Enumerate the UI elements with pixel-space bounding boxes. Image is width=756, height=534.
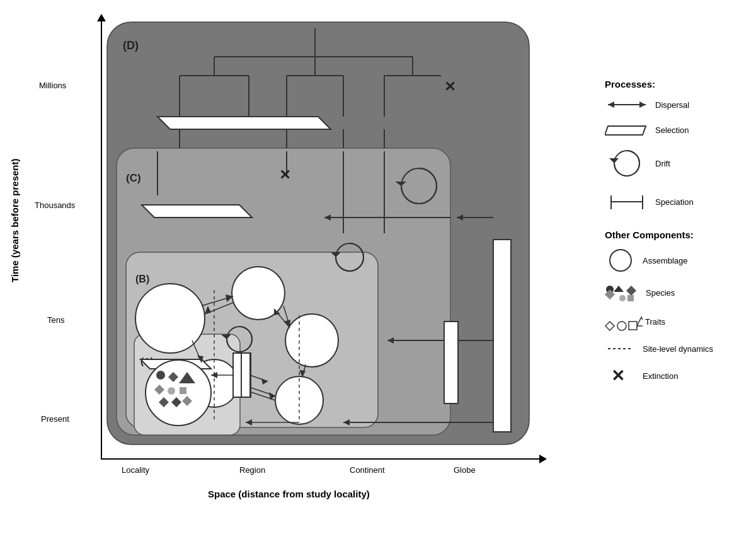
svg-point-83 <box>168 387 175 395</box>
svg-text:✕: ✕ <box>611 366 625 385</box>
svg-marker-38 <box>142 205 252 218</box>
svg-text:(D): (D) <box>123 39 139 52</box>
site-dynamics-label: Site-level dynamics <box>643 344 713 354</box>
space-label-region: Region <box>239 465 265 475</box>
svg-marker-101 <box>605 126 646 135</box>
legend-item-species: Species <box>605 283 743 302</box>
assemblage-icon <box>605 248 636 273</box>
time-label-present: Present <box>41 414 69 424</box>
legend-item-site-dynamics: Site-level dynamics <box>605 341 743 356</box>
y-axis-label: Time (years before present) <box>9 126 28 315</box>
traits-icon <box>605 312 643 331</box>
drift-icon <box>605 148 649 179</box>
space-label-continent: Continent <box>350 465 385 475</box>
site-dynamics-icon <box>605 341 636 356</box>
svg-marker-27 <box>158 117 331 129</box>
svg-rect-116 <box>629 322 637 330</box>
svg-point-78 <box>146 360 211 426</box>
svg-text:(C): (C) <box>126 172 141 184</box>
svg-text:✕: ✕ <box>444 79 455 95</box>
selection-label: Selection <box>655 125 689 135</box>
legend-item-extinction: ✕ Extinction <box>605 366 743 385</box>
speciation-label: Speciation <box>655 197 694 207</box>
time-label-tens: Tens <box>47 315 64 325</box>
legend-item-assemblage: Assemblage <box>605 248 743 273</box>
svg-point-107 <box>610 250 631 271</box>
legend-item-traits: Traits <box>605 312 743 331</box>
svg-text:(B): (B) <box>135 274 149 284</box>
traits-label: Traits <box>645 317 665 327</box>
svg-point-115 <box>617 322 626 330</box>
svg-rect-89 <box>241 353 250 397</box>
svg-marker-99 <box>639 102 646 108</box>
extinction-icon: ✕ <box>605 366 636 385</box>
legend-item-speciation: Speciation <box>605 189 743 214</box>
svg-marker-100 <box>608 102 614 108</box>
svg-rect-32 <box>493 240 511 432</box>
legend-processes-title: Processes: <box>605 79 743 90</box>
svg-rect-113 <box>627 295 634 301</box>
legend-item-selection: Selection <box>605 122 743 137</box>
assemblage-label: Assemblage <box>643 256 688 265</box>
svg-marker-103 <box>609 158 619 163</box>
legend-item-drift: Drift <box>605 148 743 179</box>
dispersal-icon <box>605 97 649 112</box>
speciation-icon <box>605 189 649 214</box>
svg-point-112 <box>619 295 626 301</box>
y-axis-line <box>101 18 102 459</box>
space-label-globe: Globe <box>454 465 476 475</box>
space-label-locality: Locality <box>122 465 149 475</box>
drift-label: Drift <box>655 159 670 168</box>
extinction-label: Extinction <box>643 371 678 381</box>
x-axis-label: Space (distance from study locality) <box>208 489 370 499</box>
svg-rect-84 <box>180 387 186 394</box>
time-label-millions: Millions <box>39 81 66 90</box>
species-icon <box>605 283 639 302</box>
svg-marker-114 <box>605 322 614 330</box>
svg-text:✕: ✕ <box>279 167 290 183</box>
dispersal-label: Dispersal <box>655 100 689 110</box>
svg-marker-110 <box>626 286 636 296</box>
main-diagram: (D) (C) (B) (A) ✕ ✕ <box>104 19 539 457</box>
svg-marker-111 <box>605 289 615 299</box>
svg-point-49 <box>285 314 338 367</box>
legend-components-title: Other Components: <box>605 229 743 240</box>
svg-point-47 <box>135 284 205 353</box>
svg-point-79 <box>156 371 165 380</box>
svg-rect-75 <box>444 322 458 403</box>
svg-marker-109 <box>614 286 624 292</box>
svg-marker-117 <box>637 317 643 326</box>
time-label-thousands: Thousands <box>35 200 75 210</box>
species-label: Species <box>646 288 675 298</box>
x-axis-line <box>101 458 542 460</box>
legend-item-dispersal: Dispersal <box>605 97 743 112</box>
x-axis-arrow <box>539 455 547 463</box>
legend: Processes: Dispersal Selection Drift <box>605 79 743 395</box>
selection-icon <box>605 122 649 137</box>
